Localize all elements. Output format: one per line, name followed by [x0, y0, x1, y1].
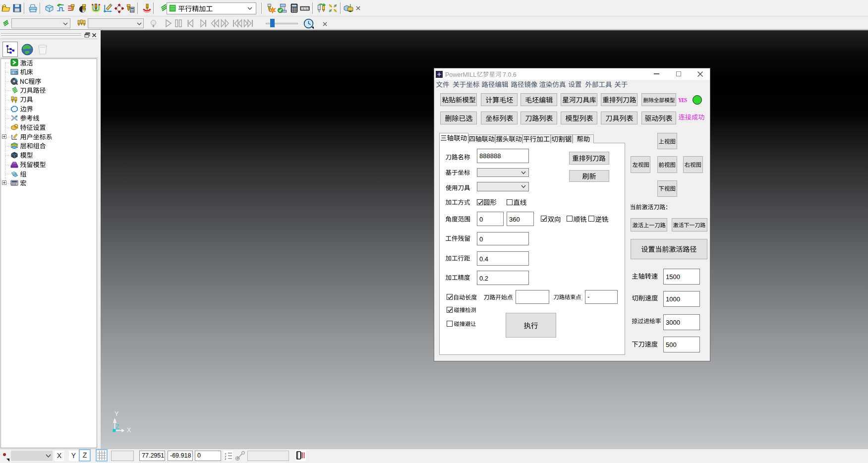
- svg-text:Y: Y: [115, 410, 119, 417]
- svg-text:z: z: [225, 458, 227, 461]
- svg-text:X: X: [127, 427, 131, 434]
- svg-text:Z: Z: [116, 423, 119, 430]
